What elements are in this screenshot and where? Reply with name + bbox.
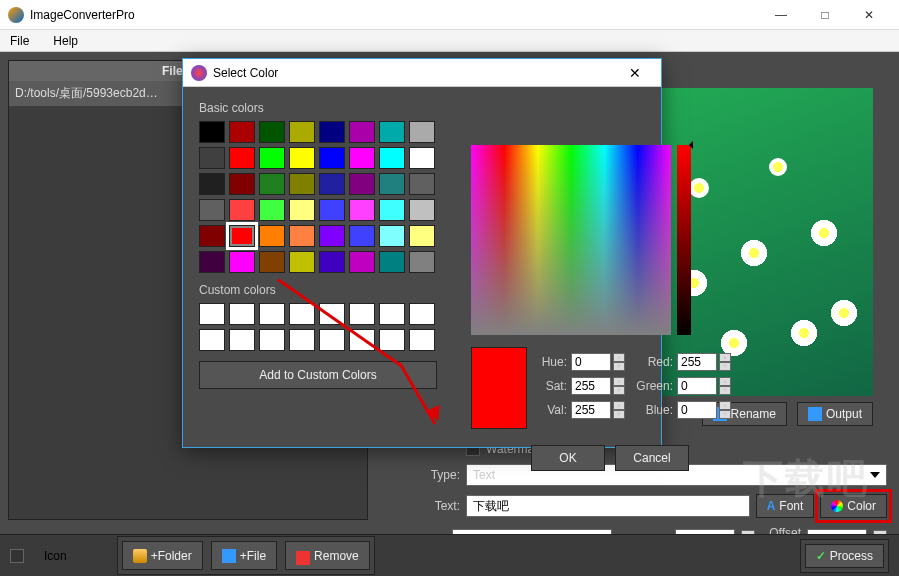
- hue-strip[interactable]: [677, 145, 691, 335]
- custom-swatch[interactable]: [409, 303, 435, 325]
- color-button[interactable]: Color: [820, 494, 887, 518]
- basic-swatch[interactable]: [409, 225, 435, 247]
- process-button[interactable]: Process: [805, 544, 884, 568]
- basic-swatch[interactable]: [319, 225, 345, 247]
- basic-swatch[interactable]: [259, 147, 285, 169]
- basic-swatch[interactable]: [349, 173, 375, 195]
- custom-swatch[interactable]: [349, 329, 375, 351]
- close-button[interactable]: ✕: [847, 1, 891, 29]
- add-folder-button[interactable]: +Folder: [122, 541, 203, 570]
- basic-swatch[interactable]: [229, 199, 255, 221]
- basic-swatch[interactable]: [289, 225, 315, 247]
- custom-swatch[interactable]: [349, 303, 375, 325]
- red-spinner[interactable]: ▲▼: [719, 353, 733, 371]
- basic-swatch[interactable]: [199, 121, 225, 143]
- basic-swatch[interactable]: [349, 147, 375, 169]
- green-spinner[interactable]: ▲▼: [719, 377, 733, 395]
- basic-swatch[interactable]: [409, 121, 435, 143]
- basic-swatch[interactable]: [229, 121, 255, 143]
- color-dialog: Select Color ✕ Basic colors Custom color…: [182, 58, 662, 448]
- basic-swatch[interactable]: [199, 225, 225, 247]
- add-custom-button[interactable]: Add to Custom Colors: [199, 361, 437, 389]
- green-input[interactable]: [677, 377, 717, 395]
- basic-swatch[interactable]: [379, 199, 405, 221]
- basic-swatch[interactable]: [259, 173, 285, 195]
- basic-swatch[interactable]: [349, 225, 375, 247]
- remove-button[interactable]: Remove: [285, 541, 370, 570]
- basic-swatch[interactable]: [289, 251, 315, 273]
- minimize-button[interactable]: ―: [759, 1, 803, 29]
- basic-swatch[interactable]: [409, 147, 435, 169]
- cancel-button[interactable]: Cancel: [615, 445, 689, 471]
- custom-swatch[interactable]: [199, 329, 225, 351]
- sat-input[interactable]: [571, 377, 611, 395]
- basic-swatch[interactable]: [199, 147, 225, 169]
- custom-swatch[interactable]: [289, 303, 315, 325]
- add-file-button[interactable]: +File: [211, 541, 277, 570]
- basic-swatch[interactable]: [199, 199, 225, 221]
- maximize-button[interactable]: □: [803, 1, 847, 29]
- custom-swatch[interactable]: [229, 303, 255, 325]
- basic-swatch[interactable]: [319, 251, 345, 273]
- basic-swatch[interactable]: [289, 199, 315, 221]
- custom-swatch[interactable]: [319, 303, 345, 325]
- basic-swatch[interactable]: [259, 121, 285, 143]
- basic-swatch[interactable]: [289, 147, 315, 169]
- hue-input[interactable]: [571, 353, 611, 371]
- blue-spinner[interactable]: ▲▼: [719, 401, 733, 419]
- basic-swatch[interactable]: [319, 173, 345, 195]
- basic-swatch[interactable]: [379, 173, 405, 195]
- val-spinner[interactable]: ▲▼: [613, 401, 627, 419]
- basic-swatch[interactable]: [379, 147, 405, 169]
- basic-swatch[interactable]: [259, 199, 285, 221]
- basic-swatch[interactable]: [289, 173, 315, 195]
- basic-swatch[interactable]: [259, 251, 285, 273]
- basic-swatch[interactable]: [349, 121, 375, 143]
- val-label: Val:: [535, 403, 569, 417]
- basic-swatch[interactable]: [289, 121, 315, 143]
- basic-swatch[interactable]: [319, 199, 345, 221]
- val-input[interactable]: [571, 401, 611, 419]
- output-button[interactable]: Output: [797, 402, 873, 426]
- basic-swatch[interactable]: [199, 173, 225, 195]
- custom-swatch[interactable]: [259, 329, 285, 351]
- custom-swatch[interactable]: [379, 303, 405, 325]
- basic-swatch[interactable]: [229, 147, 255, 169]
- text-input[interactable]: [466, 495, 750, 517]
- font-button[interactable]: AFont: [756, 494, 815, 518]
- basic-swatch[interactable]: [409, 199, 435, 221]
- custom-swatch[interactable]: [289, 329, 315, 351]
- basic-swatch[interactable]: [379, 251, 405, 273]
- icon-checkbox[interactable]: [10, 549, 24, 563]
- basic-swatch[interactable]: [379, 121, 405, 143]
- custom-swatch[interactable]: [259, 303, 285, 325]
- basic-swatch[interactable]: [409, 251, 435, 273]
- basic-swatch[interactable]: [349, 199, 375, 221]
- custom-swatch[interactable]: [379, 329, 405, 351]
- red-input[interactable]: [677, 353, 717, 371]
- custom-swatch[interactable]: [409, 329, 435, 351]
- dialog-close-button[interactable]: ✕: [617, 65, 653, 81]
- basic-swatch[interactable]: [229, 225, 255, 247]
- blue-input[interactable]: [677, 401, 717, 419]
- basic-swatch[interactable]: [379, 225, 405, 247]
- custom-swatch[interactable]: [199, 303, 225, 325]
- color-gradient[interactable]: [471, 145, 671, 335]
- custom-swatch[interactable]: [319, 329, 345, 351]
- basic-swatch[interactable]: [229, 251, 255, 273]
- menu-file[interactable]: File: [4, 32, 35, 50]
- menu-help[interactable]: Help: [47, 32, 84, 50]
- basic-swatch[interactable]: [349, 251, 375, 273]
- current-color-preview: [471, 347, 527, 429]
- basic-swatch[interactable]: [319, 147, 345, 169]
- basic-swatch[interactable]: [319, 121, 345, 143]
- basic-swatch[interactable]: [409, 173, 435, 195]
- basic-swatch[interactable]: [229, 173, 255, 195]
- icon-label: Icon: [44, 549, 67, 563]
- sat-spinner[interactable]: ▲▼: [613, 377, 627, 395]
- basic-swatch[interactable]: [259, 225, 285, 247]
- custom-swatch[interactable]: [229, 329, 255, 351]
- hue-spinner[interactable]: ▲▼: [613, 353, 627, 371]
- ok-button[interactable]: OK: [531, 445, 605, 471]
- basic-swatch[interactable]: [199, 251, 225, 273]
